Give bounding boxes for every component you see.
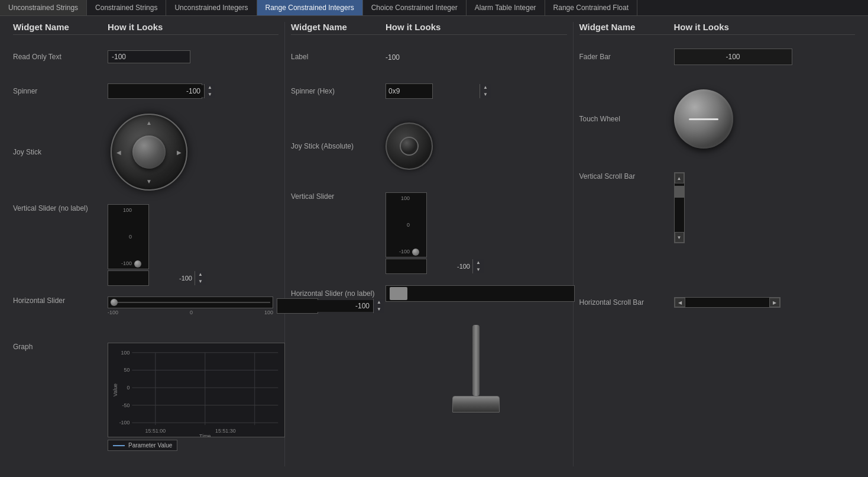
label-label: Label — [291, 53, 386, 61]
row-hscroll: Horizontal Scroll Bar ◀ ▶ — [579, 291, 856, 314]
control-graph: Value 100 50 0 -50 -100 — [108, 343, 285, 451]
graph-widget: Value 100 50 0 -50 -100 — [108, 343, 285, 437]
hex-spinner-widget[interactable]: ▲ ▼ — [386, 83, 433, 99]
graph-legend: Parameter Value — [108, 440, 177, 451]
col3-header-name: Widget Name — [579, 22, 674, 32]
vslider-nolabel-track[interactable]: 100 0 -100 — [108, 204, 149, 269]
row-vslider-nolabel: Vertical Slider (no label) 100 0 -100 — [13, 198, 278, 286]
tab-range-contrained-float[interactable]: Range Contrained Float — [545, 0, 637, 15]
row-hslider-nolabel: Horizontal Slider (no label) — [291, 279, 567, 308]
hslider-track-line — [111, 302, 270, 303]
touch-wheel-widget[interactable] — [674, 89, 733, 149]
vslider2-thumb[interactable] — [412, 249, 419, 256]
row-vslider: Vertical Slider 100 0 -100 — [291, 186, 567, 274]
vslider-track[interactable]: 100 0 -100 — [386, 192, 427, 257]
label-hslider-nolabel: Horizontal Slider (no label) — [291, 289, 386, 298]
control-spinner-hex: ▲ ▼ — [386, 83, 567, 99]
spinner-down-button[interactable]: ▼ — [205, 91, 215, 98]
vslider-nolabel-widget: 100 0 -100 ▲ ▼ — [108, 204, 278, 286]
vscroll-widget[interactable]: ▲ ▼ — [674, 172, 685, 243]
vscroll-track[interactable] — [675, 183, 684, 232]
vslider-scale: 100 0 -100 — [386, 193, 411, 257]
label-readonly-text: Read Only Text — [13, 53, 108, 61]
row-hslider: Horizontal Slider -100 0 100 — [13, 291, 278, 332]
tab-alarm-table-integer[interactable]: Alarm Table Integer — [467, 0, 545, 15]
vscroll-thumb[interactable] — [675, 186, 684, 198]
vslider-down[interactable]: ▼ — [473, 266, 484, 273]
row-label: Label -100 — [291, 42, 567, 72]
graph-x-axis-label: Time — [199, 433, 210, 437]
vslider2-bar-area[interactable] — [411, 193, 426, 257]
control-vslider: 100 0 -100 ▲ ▼ — [386, 192, 567, 274]
graph-y-axis-label: Value — [112, 383, 118, 397]
control-readonly-text — [108, 50, 278, 63]
vslider-up[interactable]: ▲ — [473, 259, 484, 266]
vslider-scale-0: 0 — [109, 234, 132, 240]
spinner-input[interactable] — [108, 85, 204, 97]
joystick-arrow-up: ▲ — [146, 120, 152, 126]
tab-bar: Unconstrained Strings Constrained String… — [0, 0, 868, 16]
hscroll-left-button[interactable]: ◀ — [675, 298, 685, 307]
col1-header-looks: How it Looks — [108, 22, 278, 32]
graph-x1: 15:51:00 — [145, 428, 166, 434]
control-fader-bar: -100 — [674, 49, 856, 65]
hex-spinner-btns: ▲ ▼ — [480, 84, 491, 98]
vslider-thumb[interactable] — [134, 260, 141, 267]
hslider-max-label: 100 — [264, 310, 273, 315]
vslider2-scale-0: 0 — [387, 222, 410, 228]
joystick-outer[interactable]: ▲ ▼ ◀ ▶ — [111, 114, 187, 191]
vslider-nolabel-up[interactable]: ▲ — [195, 271, 206, 278]
label-vslider: Vertical Slider — [291, 192, 386, 201]
joystick-knob[interactable] — [132, 136, 166, 169]
joystick-abs-widget[interactable] — [386, 123, 433, 170]
label-joystick: Joy Stick — [13, 148, 108, 156]
joystick-arrow-left: ◀ — [116, 149, 121, 156]
vslider-nolabel-spinner[interactable]: ▲ ▼ — [108, 270, 149, 286]
hslider-labels: -100 0 100 — [108, 310, 273, 315]
vscroll-up-button[interactable]: ▲ — [675, 173, 684, 183]
row-joystick: Joy Stick ▲ ▼ ◀ ▶ — [13, 111, 278, 194]
control-touch-wheel — [674, 89, 856, 149]
control-hscroll: ◀ ▶ — [674, 297, 856, 308]
hscroll-track[interactable] — [685, 298, 769, 307]
hscroll-right-button[interactable]: ▶ — [769, 298, 780, 307]
spinner-widget[interactable]: ▲ ▼ — [108, 83, 202, 99]
label-display-value: -100 — [386, 53, 400, 62]
graph-y0: 0 — [127, 385, 129, 391]
graph-y100: 100 — [121, 350, 130, 356]
vslider-nolabel-down[interactable]: ▼ — [195, 278, 206, 285]
hscroll-widget[interactable]: ◀ ▶ — [674, 297, 780, 308]
fader-bar-widget[interactable]: -100 — [674, 49, 792, 65]
fader-bar-value: -100 — [677, 53, 789, 61]
vslider-nolabel-input[interactable] — [108, 273, 195, 283]
tab-choice-constrained-integer[interactable]: Choice Constrained Integer — [363, 0, 467, 15]
hslider-nolabel-thumb[interactable] — [390, 287, 407, 300]
hslider-nolabel-widget[interactable] — [386, 285, 575, 302]
readonly-text-input[interactable] — [108, 50, 190, 63]
hex-spinner-up[interactable]: ▲ — [480, 84, 491, 91]
fader-pedal-widget[interactable] — [386, 325, 567, 412]
touch-wheel-line — [689, 118, 718, 120]
tab-constrained-strings[interactable]: Constrained Strings — [87, 0, 166, 15]
joystick-abs-knob[interactable] — [400, 137, 419, 156]
hslider-zero-label: 0 — [190, 310, 193, 315]
joystick-widget[interactable]: ▲ ▼ ◀ ▶ — [108, 111, 190, 194]
vslider-bar-area[interactable] — [133, 205, 148, 269]
hslider-thumb[interactable] — [111, 299, 118, 306]
tab-range-constrained-integers[interactable]: Range Constrained Integers — [257, 0, 363, 15]
tab-unconstrained-strings[interactable]: Unconstrained Strings — [0, 0, 87, 15]
vslider2-scale-neg100: -100 — [387, 249, 410, 254]
hslider-widget: -100 0 100 — [108, 296, 273, 315]
hex-spinner-down[interactable]: ▼ — [480, 91, 491, 98]
vscroll-down-button[interactable]: ▼ — [675, 232, 684, 243]
vslider-spinner[interactable]: ▲ ▼ — [386, 259, 427, 274]
tab-unconstrained-integers[interactable]: Unconstrained Integers — [166, 0, 257, 15]
vslider-scale-100: 100 — [109, 207, 132, 213]
hex-spinner-input[interactable] — [386, 85, 480, 97]
hslider-track[interactable] — [108, 296, 273, 308]
spinner-up-button[interactable]: ▲ — [205, 84, 215, 91]
control-hslider-nolabel — [386, 285, 575, 302]
column-2: Widget Name How it Looks Label -100 Spin… — [285, 22, 574, 466]
vslider-input[interactable] — [386, 262, 472, 271]
label-spinner-hex: Spinner (Hex) — [291, 87, 386, 95]
